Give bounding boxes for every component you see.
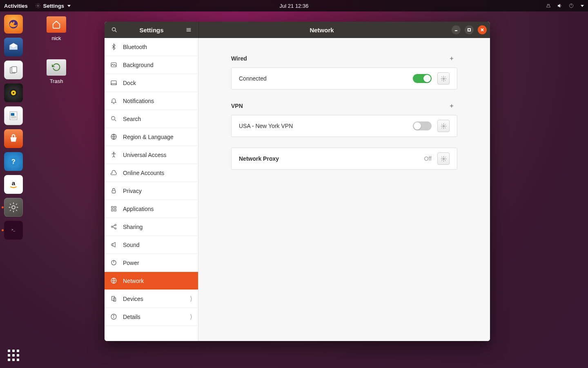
sidebar-item-label: Universal Access <box>123 152 167 158</box>
svg-point-7 <box>13 92 14 94</box>
dock-rhythmbox[interactable] <box>4 83 23 102</box>
sidebar-item-bluetooth[interactable]: Bluetooth <box>105 38 198 56</box>
svg-point-58 <box>443 158 444 159</box>
close-icon <box>480 28 484 32</box>
search-icon <box>110 115 117 122</box>
svg-rect-28 <box>111 81 116 85</box>
dock-amazon[interactable]: a <box>4 175 23 194</box>
dock-thunderbird[interactable] <box>4 38 23 56</box>
power-icon <box>568 3 574 9</box>
sidebar-item-sound[interactable]: Sound <box>105 236 198 254</box>
power-icon <box>110 259 117 266</box>
wired-toggle[interactable] <box>413 74 432 83</box>
minimize-button[interactable] <box>452 25 461 34</box>
svg-rect-34 <box>112 191 116 193</box>
sidebar-item-online-accounts[interactable]: Online Accounts <box>105 164 198 182</box>
wired-row: Connected <box>232 68 457 89</box>
hamburger-menu-button[interactable] <box>183 24 194 36</box>
sidebar-item-notifications[interactable]: Notifications <box>105 92 198 110</box>
sidebar-item-sharing[interactable]: Sharing <box>105 218 198 236</box>
sidebar-item-power[interactable]: Power <box>105 254 198 272</box>
activities-button[interactable]: Activities <box>4 3 28 9</box>
system-tray[interactable] <box>546 3 584 9</box>
sidebar-item-label: Region & Language <box>123 134 174 140</box>
sidebar-item-label: Privacy <box>123 188 142 194</box>
svg-rect-9 <box>11 113 15 116</box>
dock-firefox[interactable] <box>4 15 23 34</box>
proxy-heading: Network Proxy <box>239 155 279 162</box>
svg-rect-29 <box>111 84 116 85</box>
svg-text:a: a <box>12 180 16 186</box>
vpn-settings-button[interactable] <box>437 120 450 132</box>
svg-point-15 <box>12 206 15 209</box>
dock-libreoffice-writer[interactable] <box>4 106 23 125</box>
vpn-item-label: USA - New York VPN <box>239 123 293 129</box>
proxy-settings-button[interactable] <box>437 153 450 165</box>
sidebar-item-details[interactable]: Details⟩ <box>105 308 198 326</box>
wired-status: Connected <box>239 75 267 82</box>
sidebar-item-dock[interactable]: Dock <box>105 74 198 92</box>
sidebar-item-privacy[interactable]: Privacy <box>105 182 198 200</box>
app-menu[interactable]: Settings <box>35 3 71 9</box>
dock-settings[interactable] <box>4 198 23 217</box>
dock-help[interactable]: ? <box>4 152 23 171</box>
svg-rect-4 <box>12 67 17 72</box>
chevron-down-icon <box>581 5 584 7</box>
svg-line-31 <box>115 120 116 121</box>
sidebar-item-search[interactable]: Search <box>105 110 198 128</box>
sidebar-item-devices[interactable]: Devices⟩ <box>105 290 198 308</box>
sidebar-item-label: Devices <box>123 296 143 302</box>
svg-point-18 <box>112 28 116 31</box>
wired-settings-button[interactable] <box>437 72 450 85</box>
wired-section-header: Wired <box>231 53 457 64</box>
dock-files[interactable] <box>4 61 23 79</box>
gear-icon <box>441 76 447 82</box>
desktop-icon-label: Trash <box>40 78 73 84</box>
vpn-add-button[interactable] <box>446 100 457 112</box>
settings-sidebar: BluetoothBackgroundDockNotificationsSear… <box>105 38 198 341</box>
svg-point-30 <box>111 117 115 120</box>
svg-rect-35 <box>111 206 113 208</box>
network-icon <box>546 3 551 9</box>
desktop-icon-home[interactable]: nick <box>40 16 73 41</box>
sound-icon <box>110 241 117 248</box>
show-applications-button[interactable] <box>4 346 23 365</box>
svg-rect-24 <box>468 29 470 31</box>
maximize-button[interactable] <box>465 25 474 34</box>
sidebar-item-network[interactable]: Network <box>105 272 198 290</box>
sidebar-item-label: Sharing <box>123 224 143 230</box>
dock: ? a >_ <box>2 13 25 365</box>
svg-point-51 <box>114 315 114 316</box>
svg-point-0 <box>37 5 39 7</box>
wired-heading: Wired <box>231 55 247 62</box>
dock-terminal[interactable]: >_ <box>4 221 23 240</box>
vpn-heading: VPN <box>231 103 243 109</box>
sidebar-item-label: Details <box>123 314 140 320</box>
vpn-toggle[interactable] <box>413 121 432 130</box>
chevron-right-icon: ⟩ <box>190 313 192 321</box>
plus-icon <box>449 103 454 109</box>
desktop-icon-trash[interactable]: Trash <box>40 59 73 84</box>
vpn-section-header: VPN <box>231 100 457 112</box>
sidebar-item-universal-access[interactable]: Universal Access <box>105 146 198 164</box>
universal-access-icon <box>110 151 117 158</box>
sidebar-item-label: Network <box>123 278 144 284</box>
minimize-icon <box>454 28 458 32</box>
sidebar-item-applications[interactable]: Applications <box>105 200 198 218</box>
sidebar-item-label: Background <box>123 62 154 68</box>
search-icon <box>111 27 118 33</box>
window-title: Network <box>198 27 445 34</box>
sidebar-search-button[interactable] <box>109 24 120 36</box>
close-button[interactable] <box>478 25 487 34</box>
volume-icon <box>557 3 563 9</box>
dock-software[interactable] <box>4 129 23 148</box>
sidebar-item-background[interactable]: Background <box>105 56 198 74</box>
svg-line-42 <box>113 225 115 227</box>
sidebar-item-region-language[interactable]: Region & Language <box>105 128 198 146</box>
titlebar[interactable]: Settings Network <box>105 22 490 38</box>
svg-text:>_: >_ <box>11 228 15 231</box>
wired-add-button[interactable] <box>446 53 457 64</box>
clock[interactable]: Jul 21 12:36 <box>280 3 309 9</box>
online-accounts-icon <box>110 169 117 176</box>
sidebar-title: Settings <box>120 27 183 34</box>
